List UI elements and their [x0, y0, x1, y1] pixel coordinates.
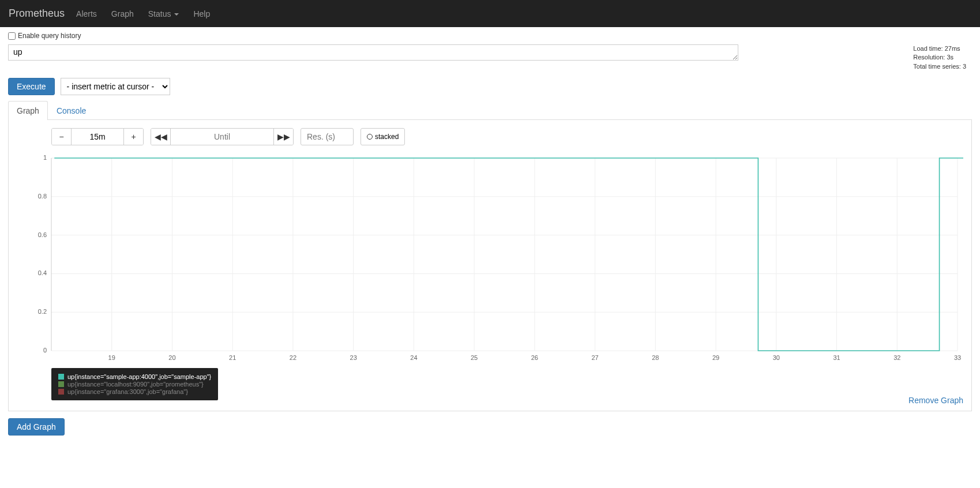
meta-resolution: Resolution: 3s	[913, 53, 966, 62]
svg-text:0: 0	[43, 347, 47, 354]
svg-text:19: 19	[108, 354, 115, 361]
svg-text:26: 26	[531, 354, 538, 361]
svg-text:0.2: 0.2	[38, 308, 47, 315]
plus-icon: +	[131, 132, 136, 141]
svg-text:0.4: 0.4	[38, 270, 47, 277]
svg-text:31: 31	[833, 354, 840, 361]
legend-label: up{instance="localhost:9090",job="promet…	[67, 381, 204, 388]
legend-swatch-icon	[58, 389, 64, 395]
meta-total-series: Total time series: 3	[913, 62, 966, 71]
svg-text:23: 23	[350, 354, 357, 361]
enable-history-row: Enable query history	[8, 32, 972, 40]
chart-area: 19202122232425262728293031323300.20.40.6…	[17, 155, 963, 368]
nav-status[interactable]: Status	[148, 9, 179, 18]
svg-text:33: 33	[954, 354, 961, 361]
query-input[interactable]: up	[8, 44, 738, 61]
stacked-toggle[interactable]: stacked	[361, 128, 405, 145]
legend-swatch-icon	[58, 374, 64, 380]
tab-graph[interactable]: Graph	[8, 101, 48, 120]
legend-tooltip: up{instance="sample-app:4000",job="sampl…	[51, 368, 218, 400]
nav-alerts[interactable]: Alerts	[76, 9, 97, 18]
tab-console[interactable]: Console	[48, 101, 95, 120]
svg-text:0.8: 0.8	[38, 193, 47, 200]
range-decrease-button[interactable]: −	[52, 129, 72, 145]
svg-text:21: 21	[229, 354, 236, 361]
svg-text:27: 27	[591, 354, 598, 361]
navbar: Prometheus Alerts Graph Status Help	[0, 0, 980, 27]
legend-item[interactable]: up{instance="sample-app:4000",job="sampl…	[58, 373, 211, 380]
legend-label: up{instance="sample-app:4000",job="sampl…	[67, 373, 211, 380]
minus-icon: −	[59, 132, 63, 141]
enable-history-label: Enable query history	[18, 32, 81, 40]
until-forward-button[interactable]: ▶▶	[273, 129, 293, 145]
svg-text:0.6: 0.6	[38, 231, 47, 238]
range-control: − +	[51, 128, 144, 145]
nav-help[interactable]: Help	[193, 9, 210, 18]
remove-graph-link[interactable]: Remove Graph	[908, 396, 963, 405]
metric-select[interactable]: - insert metric at cursor -	[61, 78, 170, 95]
legend-swatch-icon	[58, 381, 64, 387]
svg-text:30: 30	[773, 354, 780, 361]
until-control: ◀◀ ▶▶	[151, 128, 294, 145]
resolution-input[interactable]	[301, 128, 354, 145]
svg-text:20: 20	[168, 354, 175, 361]
svg-text:29: 29	[712, 354, 719, 361]
svg-text:22: 22	[290, 354, 296, 361]
legend-item[interactable]: up{instance="grafana:3000",job="grafana"…	[58, 388, 211, 395]
until-input[interactable]	[171, 129, 273, 145]
nav-graph[interactable]: Graph	[111, 9, 134, 18]
svg-text:25: 25	[471, 354, 478, 361]
svg-text:1: 1	[43, 155, 47, 161]
meta-load-time: Load time: 27ms	[913, 44, 966, 53]
query-meta: Load time: 27ms Resolution: 3s Total tim…	[913, 44, 972, 71]
svg-text:24: 24	[410, 354, 417, 361]
range-increase-button[interactable]: +	[123, 129, 143, 145]
tabs: Graph Console	[8, 101, 972, 120]
double-chevron-left-icon: ◀◀	[155, 132, 167, 141]
svg-text:32: 32	[893, 354, 900, 361]
add-graph-button[interactable]: Add Graph	[8, 418, 65, 436]
tab-content-graph: − + ◀◀ ▶▶ stacked 1920212223242526272829…	[8, 120, 972, 411]
brand[interactable]: Prometheus	[9, 7, 65, 20]
legend-item[interactable]: up{instance="localhost:9090",job="promet…	[58, 381, 211, 388]
until-back-button[interactable]: ◀◀	[151, 129, 171, 145]
chart-svg[interactable]: 19202122232425262728293031323300.20.40.6…	[17, 155, 963, 368]
execute-button[interactable]: Execute	[8, 78, 55, 95]
range-input[interactable]	[72, 129, 123, 145]
circle-icon	[367, 134, 373, 140]
double-chevron-right-icon: ▶▶	[277, 132, 290, 141]
enable-history-checkbox[interactable]	[8, 32, 16, 40]
navbar-nav: Alerts Graph Status Help	[76, 9, 224, 18]
chevron-down-icon	[174, 13, 179, 16]
svg-text:28: 28	[652, 354, 659, 361]
legend-label: up{instance="grafana:3000",job="grafana"…	[67, 388, 188, 395]
